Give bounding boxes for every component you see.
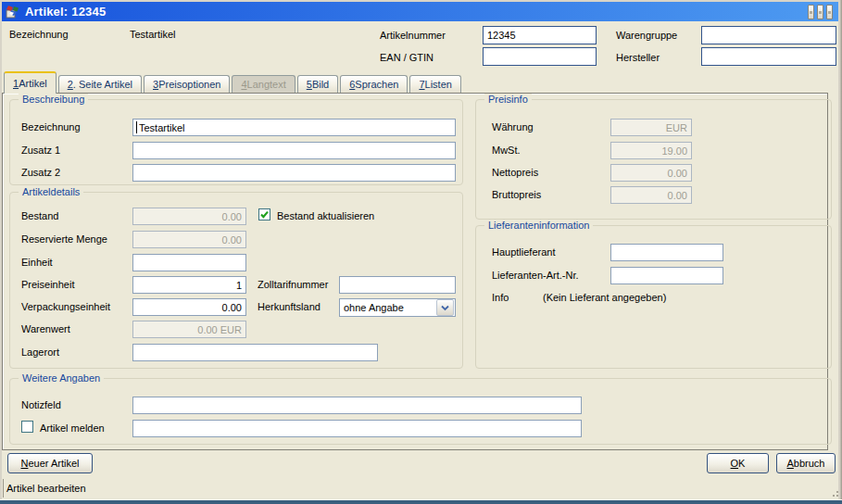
warengruppe-input[interactable]: [701, 26, 836, 44]
artikel-melden-checkbox[interactable]: [21, 421, 33, 433]
tab-preisoptionen[interactable]: 3 Preisoptionen: [144, 75, 230, 93]
mwst-label: MwSt.: [492, 145, 521, 156]
bestand-aktualisieren-checkbox[interactable]: [258, 208, 270, 220]
info-label: Info: [492, 292, 509, 303]
tab-langtext: 4 Langtext: [232, 75, 295, 93]
header-bezeichnung-label: Bezeichnung: [9, 29, 69, 40]
lieferanten-artnr-label: Lieferanten-Art.-Nr.: [492, 270, 579, 281]
lagerort-label: Lagerort: [21, 346, 59, 358]
resize-grip-icon[interactable]: [833, 495, 835, 497]
herkunftsland-label: Herkunftsland: [258, 301, 320, 312]
titlebar[interactable]: Artikel: 12345: [2, 2, 838, 21]
warengruppe-label: Warengruppe: [616, 30, 677, 41]
zolltarifnummer-input[interactable]: [339, 276, 456, 294]
hauptlieferant-input[interactable]: [610, 244, 723, 261]
tab-seite-artikel[interactable]: 2. Seite Artikel: [58, 75, 142, 93]
hersteller-input[interactable]: [701, 47, 836, 66]
group-preisinfo: Preisinfo Währung MwSt. Nettopreis Brutt…: [475, 99, 832, 220]
bestand-aktualisieren-label: Bestand aktualisieren: [277, 210, 374, 221]
group-title: Artikeldetails: [19, 186, 83, 197]
zusatz1-input[interactable]: [132, 142, 456, 159]
preiseinheit-input[interactable]: [132, 276, 246, 294]
grip-bar-icon[interactable]: [817, 5, 823, 19]
verpackungseinheit-label: Verpackungseinheit: [21, 301, 110, 312]
warenwert-input: [132, 321, 246, 338]
info-value: (Kein Lieferant angegeben): [543, 292, 666, 303]
bruttopreis-input: [610, 186, 692, 204]
group-title: Beschreibung: [19, 94, 88, 105]
window-border-top: [0, 0, 842, 2]
lieferanten-artnr-input[interactable]: [610, 267, 723, 284]
window-border-right: [838, 0, 842, 504]
ok-button[interactable]: OK: [707, 453, 769, 473]
tab-artikel[interactable]: 1 Artikel: [4, 71, 57, 94]
status-text: Artikel bearbeiten: [6, 483, 86, 494]
reservierte-menge-input: [132, 231, 246, 248]
nettopreis-label: Nettopreis: [492, 167, 538, 178]
group-title: Weitere Angaben: [19, 372, 104, 384]
warenwert-label: Warenwert: [21, 323, 70, 334]
hauptlieferant-label: Hauptlieferant: [492, 246, 556, 258]
waehrung-input: [610, 119, 692, 136]
notizfeld-label: Notizfeld: [21, 399, 61, 410]
ean-input[interactable]: [483, 47, 597, 66]
einheit-input[interactable]: [132, 254, 246, 271]
titlebar-grip-buttons[interactable]: [808, 5, 833, 19]
hersteller-label: Hersteller: [616, 52, 660, 63]
tab-sprachen[interactable]: 6 Sprachen: [340, 75, 408, 93]
bruttopreis-label: Bruttopreis: [492, 189, 541, 200]
combo-selected-value: ohne Angabe: [340, 302, 436, 313]
grip-bar-icon[interactable]: [826, 5, 833, 19]
einheit-label: Einheit: [21, 257, 53, 268]
group-weitere-angaben: Weitere Angaben Notizfeld Artikel melden: [9, 378, 832, 445]
window-border-left: [0, 0, 2, 504]
group-beschreibung: Beschreibung Bezeichnung Zusatz 1 Zusatz…: [9, 99, 463, 185]
group-title: Preisinfo: [484, 94, 532, 105]
artikel-melden-label: Artikel melden: [40, 422, 105, 434]
group-artikeldetails: Artikeldetails Bestand Bestand aktualisi…: [9, 192, 463, 369]
zolltarifnummer-label: Zolltarifnummer: [258, 279, 328, 290]
verpackungseinheit-input[interactable]: [132, 298, 246, 316]
neuer-artikel-button[interactable]: Neuer Artikel: [7, 453, 93, 473]
bestand-input: [132, 208, 246, 225]
waehrung-label: Währung: [492, 121, 534, 132]
nettopreis-input: [610, 164, 692, 182]
artikel-melden-input[interactable]: [132, 420, 582, 437]
bestand-label: Bestand: [21, 210, 58, 221]
mwst-input: [610, 142, 692, 159]
status-bar: Artikel bearbeiten: [3, 479, 835, 498]
grip-bar-icon[interactable]: [808, 5, 814, 19]
artikelnummer-label: Artikelnummer: [380, 30, 446, 41]
chevron-down-icon[interactable]: [436, 299, 454, 316]
zusatz2-label: Zusatz 2: [21, 167, 60, 178]
bezeichnung-label: Bezeichnung: [21, 121, 81, 132]
bezeichnung-input[interactable]: [132, 119, 456, 136]
header-bezeichnung-value: Testartikel: [130, 29, 176, 40]
tab-bild[interactable]: 5 Bild: [297, 75, 338, 93]
zusatz1-label: Zusatz 1: [21, 145, 60, 156]
window-title: Artikel: 12345: [25, 5, 808, 19]
zusatz2-input[interactable]: [132, 164, 456, 182]
artikel-window: Artikel: 12345 Bezeichnung Testartikel A…: [0, 0, 842, 504]
app-icon: [6, 5, 20, 19]
notizfeld-input[interactable]: [132, 397, 582, 414]
group-title: Lieferanteninformation: [484, 220, 593, 231]
reservierte-menge-label: Reservierte Menge: [21, 233, 107, 245]
group-lieferanteninformation: Lieferanteninformation Hauptlieferant Li…: [475, 225, 832, 369]
herkunftsland-combo[interactable]: ohne Angabe: [339, 298, 456, 317]
ean-label: EAN / GTIN: [380, 52, 434, 63]
tab-listen[interactable]: 7 Listen: [409, 75, 460, 93]
tab-strip: 1 Artikel 2. Seite Artikel 3 Preisoption…: [4, 72, 461, 93]
window-border-bottom: [0, 500, 842, 504]
artikelnummer-input[interactable]: [483, 26, 597, 44]
abbruch-button[interactable]: Abbruch: [776, 453, 836, 473]
lagerort-input[interactable]: [132, 344, 378, 361]
preiseinheit-label: Preiseinheit: [21, 279, 74, 290]
